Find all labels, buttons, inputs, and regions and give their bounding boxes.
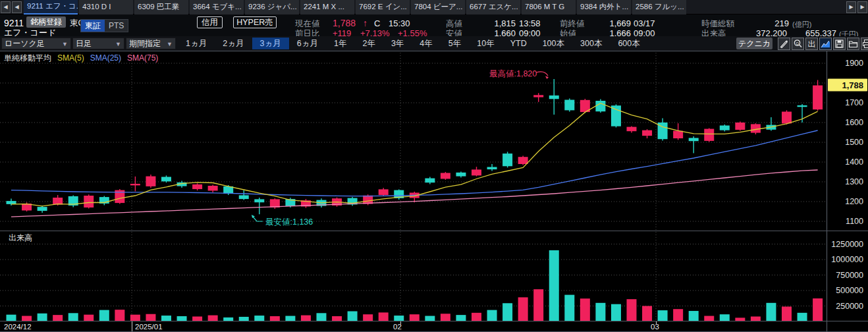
volume-bar [115, 310, 124, 321]
tab-scroll-left-button[interactable]: ◀ [12, 1, 22, 13]
chart-tool-icons: Q出 [778, 38, 868, 50]
trading-app: ◀ ◀ 9211 エフ・コ...4310 D I6309 巴工業3664 モブキ… [0, 0, 868, 332]
volume-bar [332, 316, 342, 321]
prev-close-date: 03/17 [634, 18, 655, 28]
candle-body [704, 129, 714, 141]
volume-bar [22, 316, 32, 321]
period-button-1ヵ月[interactable]: 1ヵ月 [178, 38, 215, 49]
range-dropdown[interactable]: 期間指定▼ [126, 38, 176, 49]
volume-bar [161, 316, 171, 321]
period-button-100本[interactable]: 100本 [535, 38, 572, 49]
chart-type-dropdown[interactable]: ローソク足▼ [1, 38, 71, 49]
price-axis: 190017001600150014001300120011001,788125… [828, 59, 867, 311]
candle-body [472, 169, 481, 175]
sma-legend: 単純移動平均SMA(5)SMA(25)SMA(75) [4, 53, 164, 64]
zoom-icon[interactable]: Q [792, 38, 804, 50]
save-icon[interactable] [833, 38, 846, 50]
candle-body [487, 167, 497, 170]
candle-body [735, 123, 745, 130]
period-button-5年[interactable]: 5年 [441, 38, 469, 49]
stock-tab-9236[interactable]: 9236 ジャパ... [245, 0, 299, 14]
area-chart-icon[interactable] [819, 38, 832, 50]
period-button-1年[interactable]: 1年 [326, 38, 354, 49]
volume-bar [68, 313, 78, 321]
date-tick-label: 02 [393, 323, 402, 331]
stock-tab-7804[interactable]: 7804 ビーア... [411, 0, 465, 14]
period-button-2ヵ月[interactable]: 2ヵ月 [215, 38, 252, 49]
volume-bar [270, 316, 280, 321]
exchange-toggle: 東証 PTS [80, 19, 128, 32]
svg-text:Q: Q [796, 42, 799, 45]
stock-tab-7806[interactable]: 7806 M T G [522, 0, 576, 14]
printer-icon[interactable] [861, 38, 868, 50]
sma5-line [11, 103, 818, 206]
volume-bar [720, 314, 730, 321]
volume-bar [146, 314, 155, 321]
volume-bar [627, 299, 637, 321]
volume-bar [130, 315, 140, 321]
period-button-3ヵ月[interactable]: 3ヵ月 [252, 38, 289, 49]
candle-body [518, 157, 528, 164]
tab-scroll-last-button[interactable]: ▶ [857, 1, 867, 13]
register-symbol-button[interactable]: 銘柄登録 [26, 16, 66, 28]
volume-bar [99, 310, 109, 321]
timeframe-dropdown[interactable]: 日足▼ [72, 38, 124, 49]
pencil-icon[interactable] [778, 38, 790, 50]
stock-tab-6677[interactable]: 6677 エスケ... [466, 0, 520, 14]
sma75-legend: SMA(75) [127, 53, 158, 63]
market-cap-value: 219 [757, 18, 789, 28]
period-button-300本[interactable]: 300本 [572, 38, 610, 49]
chart-toolbar: ローソク足▼ 日足▼ 期間指定▼ 1ヵ月2ヵ月3ヵ月6ヵ月1年2年3年4年5年1… [0, 36, 868, 51]
volume-bar [580, 298, 590, 321]
candle-body [595, 101, 605, 111]
period-button-6ヵ月[interactable]: 6ヵ月 [289, 38, 326, 49]
volume-bar [254, 316, 264, 321]
candle-body [161, 177, 171, 182]
hyper-sell-button[interactable]: HYPER売 [233, 16, 277, 28]
price-tick-label: 1700 [845, 98, 863, 107]
stock-tab-3664[interactable]: 3664 モブキ... [190, 0, 244, 14]
period-button-600本[interactable]: 600本 [610, 38, 647, 49]
tab-scroll-first-button[interactable]: ◀ [1, 1, 11, 13]
technical-button[interactable]: テクニカル [736, 38, 773, 49]
candles [7, 79, 823, 214]
candle-body [239, 195, 249, 199]
period-button-4年[interactable]: 4年 [412, 38, 440, 49]
candle-body [782, 112, 792, 124]
period-button-10年[interactable]: 10年 [469, 38, 502, 49]
period-button-2年[interactable]: 2年 [354, 38, 383, 49]
volume-bar [192, 316, 202, 321]
stock-tab-2241[interactable]: 2241 M X ... [300, 0, 354, 14]
volume-bar [363, 314, 373, 321]
candlestick-chart[interactable]: 最高値:1,820最安値:1,1361900170016001500140013… [0, 51, 868, 332]
price-tick-label: 1300 [845, 177, 863, 186]
volume-bar [301, 316, 311, 321]
stock-tab-9384[interactable]: 9384 内外ト... [577, 0, 631, 14]
candle-body [456, 173, 466, 177]
stock-tab-4310[interactable]: 4310 D I [79, 0, 133, 14]
exchange-tab-tosho[interactable]: 東証 [81, 20, 105, 32]
volume-bar [533, 289, 543, 321]
period-button-3年[interactable]: 3年 [383, 38, 412, 49]
volume-bar [658, 310, 668, 321]
price-tick-label: 1400 [845, 157, 863, 167]
volume-bar [642, 306, 652, 322]
candle-body [673, 131, 683, 138]
stock-tab-7692[interactable]: 7692 E イン... [356, 0, 410, 14]
exchange-tab-pts[interactable]: PTS [105, 20, 128, 32]
chevron-down-icon: ▼ [115, 39, 121, 49]
grid-out-icon[interactable]: 出 [805, 38, 818, 50]
margin-trade-button[interactable]: 信用 [197, 16, 223, 28]
period-button-YTD[interactable]: YTD [502, 38, 535, 49]
volume-bar [285, 316, 295, 321]
stock-tab-6309[interactable]: 6309 巴工業 [134, 0, 188, 14]
stock-tab-9211[interactable]: 9211 エフ・コ... [24, 0, 78, 14]
stock-tab-2586[interactable]: 2586 フルッ... [632, 0, 686, 14]
folder-icon[interactable] [847, 38, 859, 50]
low-annotation: 最安値:1,136 [265, 217, 313, 227]
candle-body [689, 138, 699, 141]
volume-bar [394, 316, 404, 321]
sma25-legend: SMA(25) [90, 53, 121, 63]
tab-scroll-right-button[interactable]: ▶ [846, 1, 856, 13]
price-tick-label: 1900 [845, 59, 863, 68]
